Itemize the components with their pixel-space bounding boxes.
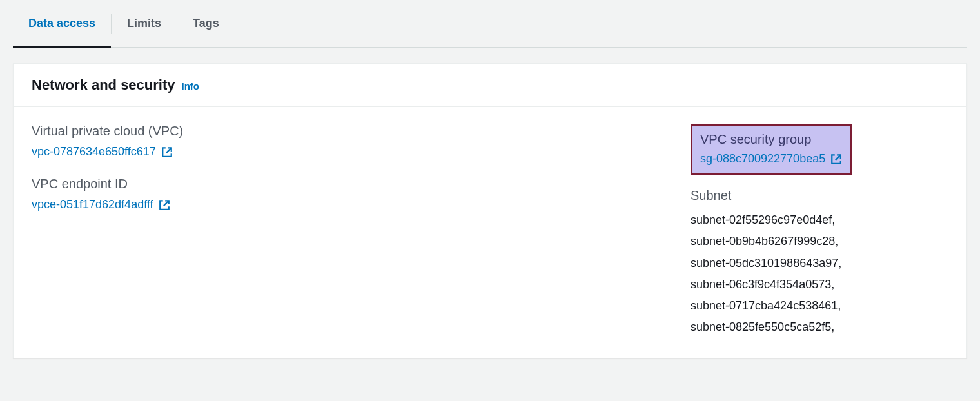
subnet-item: subnet-0825fe550c5ca52f5, bbox=[691, 317, 948, 338]
vpc-endpoint-link[interactable]: vpce-051f17d62df4adfff bbox=[32, 198, 170, 211]
subnet-item: subnet-0b9b4b6267f999c28, bbox=[691, 231, 948, 252]
tab-limits[interactable]: Limits bbox=[112, 0, 177, 48]
subnet-item: subnet-06c3f9c4f354a0573, bbox=[691, 274, 948, 295]
tabs-bar: Data access Limits Tags bbox=[13, 0, 967, 48]
tab-label: Limits bbox=[127, 17, 161, 30]
tab-data-access[interactable]: Data access bbox=[13, 0, 111, 48]
security-group-id: sg-088c700922770bea5 bbox=[700, 152, 825, 166]
tab-label: Data access bbox=[28, 17, 95, 30]
column-left: Virtual private cloud (VPC) vpc-0787634e… bbox=[32, 124, 654, 338]
tab-tags[interactable]: Tags bbox=[177, 0, 235, 48]
external-link-icon bbox=[159, 199, 170, 211]
field-vpc-endpoint: VPC endpoint ID vpce-051f17d62df4adfff bbox=[32, 177, 654, 211]
security-group-highlight: VPC security group sg-088c700922770bea5 bbox=[691, 124, 852, 175]
info-link[interactable]: Info bbox=[182, 81, 200, 92]
column-divider bbox=[672, 124, 672, 338]
vpc-endpoint-id: vpce-051f17d62df4adfff bbox=[32, 198, 153, 211]
field-label-security-group: VPC security group bbox=[700, 132, 842, 147]
tab-label: Tags bbox=[193, 17, 219, 30]
vpc-id: vpc-0787634e650ffc617 bbox=[32, 145, 156, 159]
field-label-subnet: Subnet bbox=[691, 188, 948, 203]
column-right: VPC security group sg-088c700922770bea5 … bbox=[691, 124, 948, 338]
subnet-item: subnet-02f55296c97e0d4ef, bbox=[691, 210, 948, 231]
panel-header: Network and security Info bbox=[14, 64, 966, 107]
field-label-vpc-endpoint: VPC endpoint ID bbox=[32, 177, 654, 191]
field-label-vpc: Virtual private cloud (VPC) bbox=[32, 124, 654, 139]
vpc-link[interactable]: vpc-0787634e650ffc617 bbox=[32, 145, 173, 159]
field-vpc: Virtual private cloud (VPC) vpc-0787634e… bbox=[32, 124, 654, 159]
subnet-item: subnet-05dc3101988643a97, bbox=[691, 253, 948, 274]
subnet-item: subnet-0717cba424c538461, bbox=[691, 295, 948, 317]
network-security-panel: Network and security Info Virtual privat… bbox=[13, 63, 967, 358]
security-group-link[interactable]: sg-088c700922770bea5 bbox=[700, 152, 842, 166]
panel-body: Virtual private cloud (VPC) vpc-0787634e… bbox=[14, 107, 966, 358]
external-link-icon bbox=[830, 153, 842, 165]
external-link-icon bbox=[161, 146, 173, 158]
field-subnet: Subnet subnet-02f55296c97e0d4ef, subnet-… bbox=[691, 188, 948, 338]
subnet-list: subnet-02f55296c97e0d4ef, subnet-0b9b4b6… bbox=[691, 210, 948, 338]
panel-title: Network and security bbox=[32, 77, 175, 93]
